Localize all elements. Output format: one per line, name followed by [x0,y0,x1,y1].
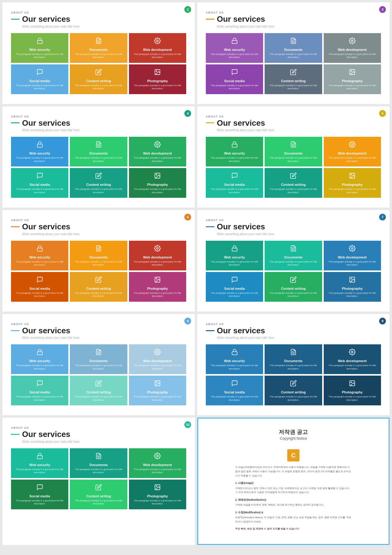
title-accent-line [11,226,20,227]
svg-point-15 [157,144,159,145]
service-name: Content writing [86,390,111,394]
services-grid: Web securityThis paragraph actually is a… [11,33,186,94]
service-desc: This paragraph actually is a good place … [132,156,183,163]
service-name: Web development [143,255,172,259]
service-desc: This paragraph actually is a good place … [209,395,260,402]
title-bar: Our services [11,430,186,439]
service-card-0: Web securityThis paragraph actually is a… [11,344,68,374]
service-desc: This paragraph actually is a good place … [132,84,183,90]
service-name: Photography [342,183,363,186]
service-desc: This paragraph actually is a good place … [327,292,378,298]
service-card-1: DocumentsThis paragraph actually is a go… [265,137,322,166]
service-card-2: Web developmentThis paragraph actually i… [324,33,381,63]
service-desc: This paragraph actually is a good place … [327,364,378,370]
service-desc: This paragraph actually is a good place … [14,84,65,90]
svg-point-51 [157,455,159,457]
copyright-title-en: Copyright Notice [280,436,307,441]
slide-subtitle: Write something about your main title he… [22,25,186,28]
service-name: Web development [338,359,367,363]
service-card-2: Web developmentThis paragraph actually i… [129,241,186,270]
service-card-3: Social mediaThis paragraph actually is a… [206,376,263,405]
service-card-3: Social mediaThis paragraph actually is a… [11,168,68,198]
svg-rect-30 [232,248,237,251]
service-name: Social media [224,390,245,394]
service-icon-5 [154,172,161,181]
service-icon-3 [231,276,238,285]
service-name: Web security [29,151,50,155]
title-accent-line [206,19,214,20]
slide-5: 6ABOUT USOur servicesWrite something abo… [2,210,195,312]
title-bar: Our services [206,15,381,24]
service-desc: This paragraph actually is a good place … [132,188,183,194]
service-card-0: Web securityThis paragraph actually is a… [11,137,68,166]
service-desc: This paragraph actually is a good place … [268,292,319,298]
service-name: Documents [89,463,108,467]
svg-point-9 [352,40,353,42]
slide-number: 2 [184,6,191,13]
service-card-0: Web securityThis paragraph actually is a… [206,33,263,63]
service-card-1: DocumentsThis paragraph actually is a go… [70,137,127,166]
slide-4: 5ABOUT USOur servicesWrite something abo… [197,106,390,208]
service-icon-4 [95,172,102,181]
service-icon-1 [95,349,102,357]
services-grid: Web securityThis paragraph actually is a… [11,241,186,302]
about-label: ABOUT US [11,115,186,118]
service-icon-3 [36,380,43,388]
service-icon-1 [290,349,297,357]
about-label: ABOUT US [11,11,186,14]
service-icon-4 [290,69,297,77]
slide-subtitle: Write something about your main title he… [22,336,186,339]
services-grid: Web securityThis paragraph actually is a… [206,344,381,405]
service-name: Web development [338,255,367,259]
service-card-5: PhotographyThis paragraph actually is a … [129,272,186,302]
service-desc: This paragraph actually is a good place … [327,395,378,402]
service-name: Photography [147,390,168,394]
service-card-5: PhotographyThis paragraph actually is a … [324,376,381,405]
title-bar: Our services [206,119,381,128]
service-name: Photography [342,287,363,290]
service-name: Documents [284,48,303,52]
service-desc: This paragraph actually is a good place … [73,260,124,267]
service-desc: This paragraph actually is a good place … [327,84,378,90]
slide-subtitle: Write something about your main title he… [22,232,186,236]
about-label: ABOUT US [11,219,186,222]
service-icon-5 [154,484,161,492]
title-accent-line [11,330,20,331]
svg-rect-24 [37,248,42,251]
service-card-1: DocumentsThis paragraph actually is a go… [265,33,322,63]
svg-rect-42 [232,352,237,355]
service-desc: This paragraph actually is a good place … [268,188,319,194]
copyright-section-label: 3. 수정(Modification) & [235,510,352,515]
about-label: ABOUT US [11,323,186,326]
svg-point-47 [351,382,352,383]
service-card-3: Social mediaThis paragraph actually is a… [11,64,68,94]
service-desc: This paragraph actually is a good place … [14,53,65,59]
service-card-5: PhotographyThis paragraph actually is a … [129,168,186,198]
service-icon-0 [231,245,238,254]
copyright-section-text: 파생작(Derivative Works): 이 파일의 수정, 번역, 변환 … [235,515,352,524]
service-icon-2 [154,37,161,46]
slide-7: 8ABOUT USOur servicesWrite something abo… [2,314,195,415]
service-desc: This paragraph actually is a good place … [132,53,183,59]
service-card-1: DocumentsThis paragraph actually is a go… [70,448,127,478]
service-desc: This paragraph actually is a good place … [268,53,319,59]
slide-9: 10ABOUT USOur servicesWrite something ab… [2,418,195,545]
slide-title: Our services [22,430,70,439]
slide-2: 3ABOUT USOur servicesWrite something abo… [197,2,390,104]
service-desc: This paragraph actually is a good place … [132,395,183,402]
service-icon-5 [349,380,356,388]
svg-point-11 [351,71,352,71]
svg-rect-0 [37,40,42,44]
service-card-1: DocumentsThis paragraph actually is a go… [265,344,322,374]
service-card-5: PhotographyThis paragraph actually is a … [324,64,381,94]
service-name: Photography [147,287,168,290]
service-name: Content writing [86,287,111,290]
service-name: Documents [284,359,303,363]
service-name: Content writing [86,183,111,186]
copyright-section-text: 구매한 파일을 타인에게 판매, 재배포, 재사용 허가하는 행위는 엄격히 금… [235,503,352,507]
service-name: Content writing [86,494,111,498]
service-icon-1 [290,141,297,150]
service-desc: This paragraph actually is a good place … [209,188,260,194]
service-card-5: PhotographyThis paragraph actually is a … [129,376,186,405]
service-card-4: Content writingThis paragraph actually i… [70,480,127,509]
